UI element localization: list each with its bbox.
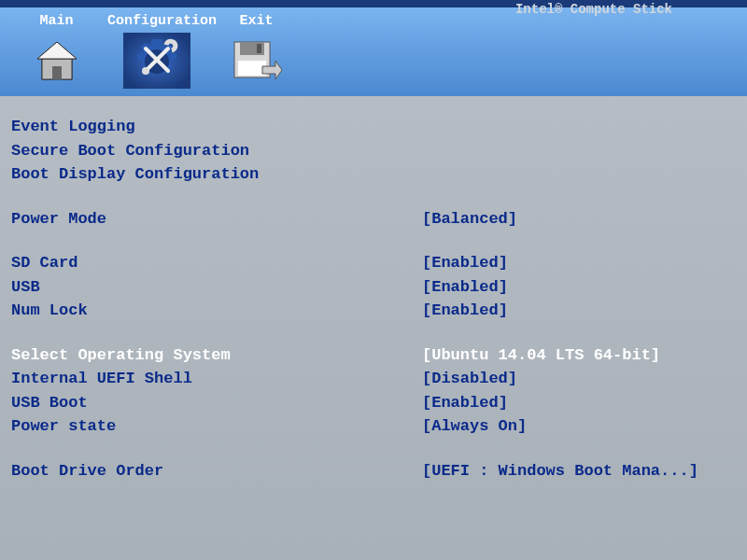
setting-value: Ubuntu 14.04 LTS 64-bit [422,343,660,368]
gear-tools-icon [123,33,190,89]
setting-power-state[interactable]: Power state Always On [11,414,736,439]
setting-label: Power state [11,414,422,439]
settings-content: Event Logging Secure Boot Configuration … [0,96,747,501]
setting-value: Always On [422,414,527,439]
link-boot-display[interactable]: Boot Display Configuration [11,162,736,187]
setting-value: Enabled [422,391,508,415]
setting-label: Power Mode [11,207,422,231]
link-secure-boot[interactable]: Secure Boot Configuration [11,139,736,163]
setting-label: Num Lock [11,299,422,323]
setting-label: SD Card [11,251,422,275]
setting-uefi-shell[interactable]: Internal UEFI Shell Disabled [11,367,736,391]
setting-value: Balanced [422,207,517,231]
setting-value: UEFI : Windows Boot Mana... [422,459,698,483]
setting-usb-boot[interactable]: USB Boot Enabled [11,391,736,415]
setting-value: Enabled [422,299,508,323]
brand-title: Intel® Compute Stick [515,2,672,17]
setting-label: USB [11,275,422,300]
setting-label: Select Operating System [11,343,422,368]
tab-configuration[interactable]: Configuration [107,11,205,96]
home-icon [23,33,91,89]
setting-select-os[interactable]: Select Operating System Ubuntu 14.04 LTS… [11,343,736,368]
tab-row: Main Configuration [0,7,747,96]
setting-num-lock[interactable]: Num Lock Enabled [11,299,736,323]
setting-boot-drive-order[interactable]: Boot Drive Order UEFI : Windows Boot Man… [11,459,736,483]
tab-exit[interactable]: Exit [207,11,305,96]
tab-exit-label: Exit [207,13,305,29]
svg-rect-10 [257,44,261,53]
tab-configuration-label: Configuration [107,13,205,29]
setting-value: Disabled [422,367,517,391]
disk-arrow-icon [223,33,290,89]
setting-power-mode[interactable]: Power Mode Balanced [11,207,736,231]
tab-main-label: Main [7,13,106,29]
svg-marker-3 [37,42,77,59]
setting-value: Enabled [422,275,508,300]
setting-label: USB Boot [11,391,422,415]
setting-label: Internal UEFI Shell [11,367,422,391]
tab-main[interactable]: Main [7,11,106,96]
setting-label: Boot Drive Order [11,459,422,483]
svg-point-7 [142,67,149,75]
link-event-logging[interactable]: Event Logging [11,115,736,139]
setting-usb[interactable]: USB Enabled [11,275,736,300]
setting-value: Enabled [422,251,508,275]
svg-rect-2 [52,66,62,79]
setting-sd-card[interactable]: SD Card Enabled [11,251,736,275]
